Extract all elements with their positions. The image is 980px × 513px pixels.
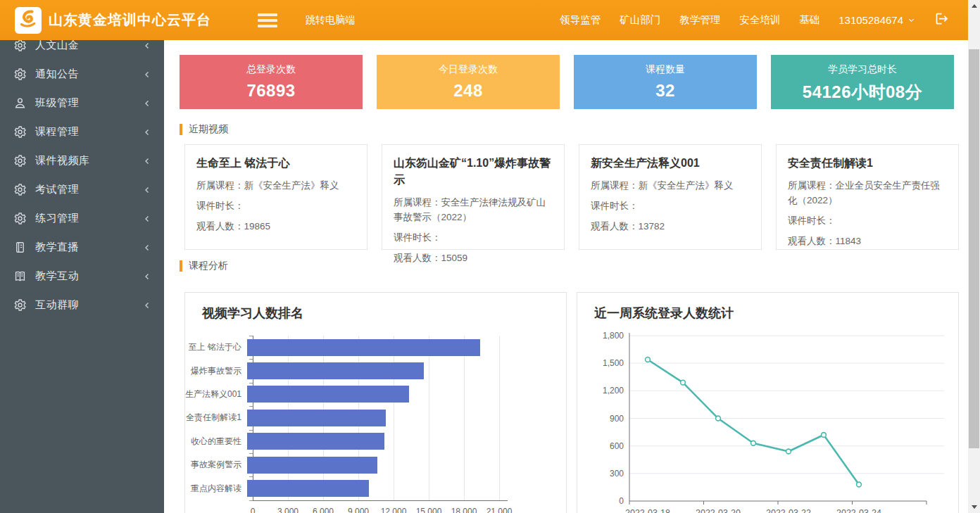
sidebar-item[interactable]: 练习管理: [0, 204, 164, 233]
video-card[interactable]: 新安全生产法释义001 所属课程：新《安全生产法》释义 课件时长： 观看人数：1…: [579, 144, 762, 250]
user-icon: [13, 96, 27, 110]
sidebar-item-label: 课件视频库: [35, 154, 90, 167]
stat-card: 今日登录次数 248: [377, 55, 560, 109]
stat-label: 课程数量: [574, 63, 757, 76]
bar-category-label: 收心的重要性: [185, 436, 247, 448]
video-card[interactable]: 山东笏山金矿“1.10”爆炸事故警示 所属课程：安全生产法律法规及矿山事故警示（…: [382, 144, 565, 250]
bar-row: 收心的重要性: [253, 430, 566, 453]
section-recent-videos: 近期视频: [180, 124, 968, 135]
sidebar-item[interactable]: 人文山金: [0, 40, 164, 60]
stat-value: 54126小时08分: [771, 81, 954, 103]
sidebar-item[interactable]: 考试管理: [0, 175, 164, 204]
x-tick-label: 2022-03-20: [696, 508, 741, 513]
app-logo[interactable]: [15, 7, 42, 34]
sidebar-menu: 人文山金 通知公告 班级管理: [0, 40, 164, 319]
data-point: [646, 357, 651, 362]
data-point: [857, 482, 862, 487]
menu-toggle-button[interactable]: [258, 13, 277, 27]
sidebar-item[interactable]: 教学互动: [0, 262, 164, 291]
bar-chart-title: 视频学习人数排名: [202, 305, 566, 322]
sidebar-item[interactable]: 互动群聊: [0, 291, 164, 319]
video-card[interactable]: 安全责任制解读1 所属课程：企业全员安全生产责任强化（2022） 课件时长： 观…: [776, 144, 959, 250]
sidebar-item[interactable]: 班级管理: [0, 89, 164, 118]
app: 山东黄金培训中心云平台 跳转电脑端 领导监管矿山部门教学管理安全培训基础 131…: [0, 0, 980, 513]
bar-category-label: 重点内容解读: [185, 483, 247, 495]
video-course: 所属课程：安全生产法律法规及矿山事故警示（2022）: [394, 195, 553, 224]
gear-icon: [13, 68, 27, 81]
nav-item[interactable]: 领导监管: [560, 13, 601, 27]
account-phone: 13105284674: [838, 14, 903, 26]
scrollbar[interactable]: [968, 0, 980, 513]
stat-label: 今日登录次数: [377, 63, 560, 76]
sidebar-item-label: 班级管理: [35, 96, 79, 110]
bar-category-label: 爆炸事故警示: [185, 365, 247, 377]
x-tick-label: 2022-03-24: [836, 508, 881, 513]
sidebar-item[interactable]: 课件视频库: [0, 146, 164, 175]
nav-item[interactable]: 基础: [799, 13, 819, 27]
chevron-left-icon: [143, 42, 151, 50]
app-title: 山东黄金培训中心云平台: [49, 11, 211, 30]
data-point: [751, 441, 756, 445]
chevron-left-icon: [143, 243, 151, 252]
scrollbar-thumb[interactable]: [969, 49, 979, 448]
nav-item[interactable]: 安全培训: [739, 13, 780, 27]
chevron-left-icon: [143, 128, 151, 137]
data-point: [822, 433, 827, 438]
sidebar-item-label: 互动群聊: [35, 298, 79, 312]
bar-row: 生产法释义001: [253, 383, 566, 406]
nav-item[interactable]: 矿山部门: [620, 13, 660, 27]
stat-value: 32: [574, 81, 757, 101]
section-course-analysis: 课程分析: [180, 260, 968, 272]
bar-row: 至上 铭法于心: [253, 336, 566, 359]
stat-card: 课程数量 32: [574, 55, 757, 109]
x-tick-label: 18,000: [451, 507, 477, 513]
y-tick-label: 900: [610, 414, 624, 424]
account-dropdown[interactable]: 13105284674: [838, 14, 915, 26]
video-card[interactable]: 生命至上 铭法于心 所属课程：新《安全生产法》释义 课件时长： 观看人数：198…: [184, 144, 367, 250]
stat-card: 学员学习总时长 54126小时08分: [771, 55, 954, 109]
bar-category-label: 生产法释义001: [185, 388, 247, 400]
bar: [247, 433, 384, 450]
bar-category-label: 事故案例警示: [185, 459, 247, 471]
video-duration: 课件时长：: [394, 230, 553, 245]
bar-row: 事故案例警示: [253, 453, 566, 476]
logout-button[interactable]: [934, 13, 950, 28]
video-cards: 生命至上 铭法于心 所属课程：新《安全生产法》释义 课件时长： 观看人数：198…: [184, 144, 959, 250]
main-content: 总登录次数 76893 今日登录次数 248 课程数量 32 学员学习总时长 5…: [164, 40, 968, 513]
gear-icon: [13, 183, 27, 196]
video-course: 所属课程：企业全员安全生产责任强化（2022）: [788, 178, 947, 208]
sidebar-item-label: 课程管理: [35, 125, 79, 139]
stat-label: 学员学习总时长: [771, 63, 954, 76]
sidebar-item[interactable]: 通知公告: [0, 60, 164, 89]
bar: [247, 457, 377, 474]
sidebar-item-label: 人文山金: [35, 40, 79, 52]
video-viewers: 观看人数：15059: [394, 251, 553, 265]
logout-icon: [934, 11, 949, 29]
sidebar-item-label: 考试管理: [35, 183, 79, 196]
bar-row: 重点内容解读: [253, 476, 566, 500]
sidebar-item[interactable]: 课程管理: [0, 118, 164, 146]
charts-row: 视频学习人数排名 至上 铭法于心爆炸事故警示生产法释义001全责任制解读1收心的…: [184, 292, 959, 513]
gear-icon: [13, 40, 27, 52]
nav-item[interactable]: 教学管理: [679, 13, 720, 27]
sidebar-item-label: 教学直播: [35, 241, 79, 254]
section-accent-bar: [180, 124, 182, 135]
video-duration: 课件时长：: [788, 213, 947, 228]
y-tick-label: 1,500: [603, 358, 624, 368]
bar-category-label: 全责任制解读1: [185, 412, 247, 424]
bar: [247, 339, 480, 356]
video-title: 安全责任制解读1: [788, 155, 947, 172]
triangle-down-icon: [972, 505, 977, 509]
scrollbar-up-arrow[interactable]: [968, 0, 980, 12]
jump-desktop-link[interactable]: 跳转电脑端: [306, 14, 355, 27]
x-tick-label: 21,000: [486, 507, 513, 513]
video-viewers: 观看人数：13782: [591, 219, 750, 234]
section-title: 课程分析: [189, 260, 228, 272]
sidebar-item[interactable]: 教学直播: [0, 233, 164, 262]
scrollbar-down-arrow[interactable]: [968, 501, 980, 513]
stat-cards: 总登录次数 76893 今日登录次数 248 课程数量 32 学员学习总时长 5…: [180, 55, 954, 109]
chevron-left-icon: [143, 186, 151, 194]
video-duration: 课件时长：: [591, 198, 750, 213]
app-header: 山东黄金培训中心云平台 跳转电脑端 领导监管矿山部门教学管理安全培训基础 131…: [0, 0, 968, 40]
gear-icon: [13, 154, 27, 167]
